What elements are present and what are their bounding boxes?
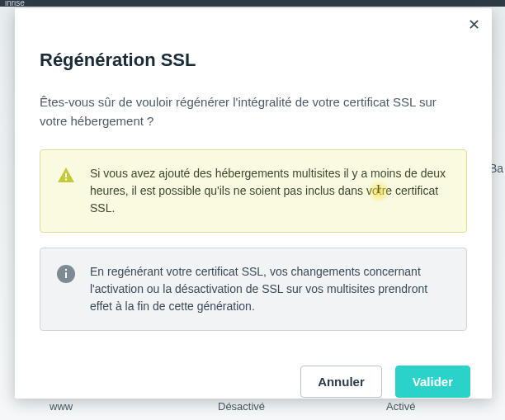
modal-title: Régénération SSL	[40, 50, 467, 71]
svg-rect-3	[65, 272, 67, 278]
warning-icon	[55, 165, 77, 186]
modal-footer: Annuler Valider	[15, 354, 492, 418]
warning-alert: Si vous avez ajouté des hébergements mul…	[40, 149, 467, 233]
svg-rect-4	[65, 269, 67, 271]
info-alert: En regénérant votre certificat SSL, vos …	[40, 248, 467, 331]
svg-rect-1	[65, 178, 67, 180]
modal-body: Régénération SSL Êtes-vous sûr de vouloi…	[15, 8, 492, 354]
close-icon: ✕	[468, 17, 480, 32]
info-icon	[55, 263, 77, 285]
modal-lead: Êtes-vous sûr de vouloir régénérer l'int…	[40, 92, 467, 131]
warning-text: Si vous avez ajouté des hébergements mul…	[90, 167, 446, 215]
topbar-fragment: inrise	[0, 0, 505, 7]
info-text: En regénérant votre certificat SSL, vos …	[90, 265, 427, 313]
close-button[interactable]: ✕	[464, 15, 484, 35]
cancel-button[interactable]: Annuler	[300, 366, 382, 398]
svg-rect-0	[65, 173, 67, 177]
ssl-regenerate-modal: ✕ Régénération SSL Êtes-vous sûr de voul…	[15, 8, 492, 399]
confirm-button[interactable]: Valider	[395, 366, 470, 398]
